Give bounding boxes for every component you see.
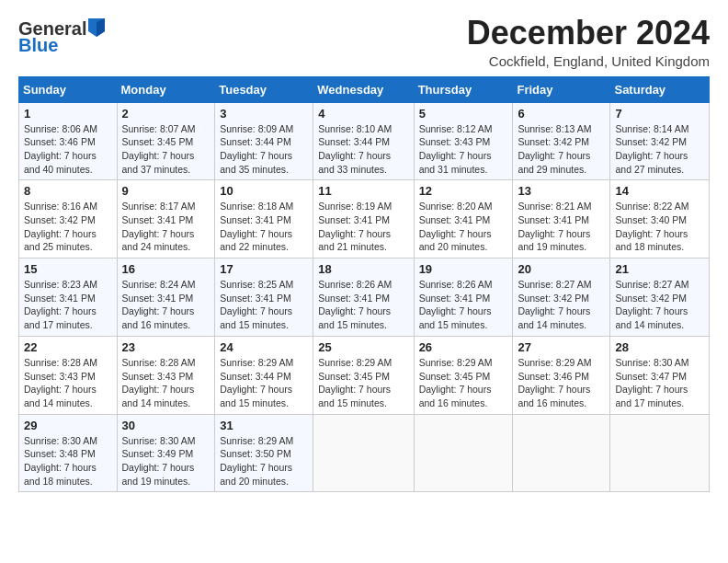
calendar-cell: 16Sunrise: 8:24 AMSunset: 3:41 PMDayligh… [117,259,215,337]
day-number: 27 [518,340,605,354]
day-info: Sunrise: 8:26 AMSunset: 3:41 PMDaylight:… [318,278,408,332]
calendar-cell: 21Sunrise: 8:27 AMSunset: 3:42 PMDayligh… [610,259,710,337]
header-tuesday: Tuesday [215,76,313,102]
calendar-cell: 23Sunrise: 8:28 AMSunset: 3:43 PMDayligh… [117,336,215,414]
week-row-2: 8Sunrise: 8:16 AMSunset: 3:42 PMDaylight… [19,180,710,259]
day-info: Sunrise: 8:29 AMSunset: 3:45 PMDaylight:… [419,356,508,410]
header-wednesday: Wednesday [313,76,414,102]
day-number: 14 [615,184,704,198]
calendar-cell: 10Sunrise: 8:18 AMSunset: 3:41 PMDayligh… [215,180,313,259]
day-number: 16 [122,262,210,276]
day-info: Sunrise: 8:14 AMSunset: 3:42 PMDaylight:… [615,122,704,177]
calendar-cell: 27Sunrise: 8:29 AMSunset: 3:46 PMDayligh… [513,336,610,414]
day-number: 19 [419,262,508,276]
day-info: Sunrise: 8:19 AMSunset: 3:41 PMDaylight:… [318,200,408,254]
week-row-1: 1Sunrise: 8:06 AMSunset: 3:46 PMDaylight… [19,102,710,180]
day-number: 25 [318,340,408,354]
day-info: Sunrise: 8:30 AMSunset: 3:47 PMDaylight:… [615,356,704,410]
calendar-cell: 4Sunrise: 8:10 AMSunset: 3:44 PMDaylight… [313,102,414,180]
calendar-cell [414,414,513,492]
day-info: Sunrise: 8:23 AMSunset: 3:41 PMDaylight:… [24,278,112,332]
day-info: Sunrise: 8:24 AMSunset: 3:41 PMDaylight:… [122,278,210,332]
day-number: 2 [122,107,210,121]
calendar-cell: 5Sunrise: 8:12 AMSunset: 3:43 PMDaylight… [414,102,513,180]
calendar-cell: 18Sunrise: 8:26 AMSunset: 3:41 PMDayligh… [313,259,414,337]
day-number: 21 [615,262,704,276]
day-info: Sunrise: 8:26 AMSunset: 3:41 PMDaylight:… [419,278,508,332]
header-thursday: Thursday [414,76,513,102]
day-number: 22 [24,340,112,354]
calendar-cell: 24Sunrise: 8:29 AMSunset: 3:44 PMDayligh… [215,336,313,414]
calendar-cell: 14Sunrise: 8:22 AMSunset: 3:40 PMDayligh… [610,180,710,259]
day-info: Sunrise: 8:29 AMSunset: 3:45 PMDaylight:… [318,356,408,410]
calendar-cell: 11Sunrise: 8:19 AMSunset: 3:41 PMDayligh… [313,180,414,259]
day-info: Sunrise: 8:12 AMSunset: 3:43 PMDaylight:… [419,122,508,177]
calendar-cell: 17Sunrise: 8:25 AMSunset: 3:41 PMDayligh… [215,259,313,337]
day-number: 26 [419,340,508,354]
day-number: 6 [518,107,605,121]
header-area: General Blue December 2024 Cockfield, En… [18,15,710,69]
day-number: 1 [24,107,112,121]
day-number: 13 [518,184,605,198]
calendar: Sunday Monday Tuesday Wednesday Thursday… [18,76,710,493]
day-info: Sunrise: 8:13 AMSunset: 3:42 PMDaylight:… [518,122,605,177]
day-number: 11 [318,184,408,198]
calendar-cell: 26Sunrise: 8:29 AMSunset: 3:45 PMDayligh… [414,336,513,414]
day-info: Sunrise: 8:29 AMSunset: 3:44 PMDaylight:… [220,356,308,410]
day-info: Sunrise: 8:28 AMSunset: 3:43 PMDaylight:… [122,356,210,410]
month-title: December 2024 [467,15,710,52]
day-number: 8 [24,184,112,198]
day-info: Sunrise: 8:27 AMSunset: 3:42 PMDaylight:… [615,278,704,332]
day-number: 20 [518,262,605,276]
week-row-4: 22Sunrise: 8:28 AMSunset: 3:43 PMDayligh… [19,336,710,414]
day-number: 10 [220,184,308,198]
calendar-cell: 2Sunrise: 8:07 AMSunset: 3:45 PMDaylight… [117,102,215,180]
day-info: Sunrise: 8:29 AMSunset: 3:50 PMDaylight:… [220,434,308,488]
day-info: Sunrise: 8:07 AMSunset: 3:45 PMDaylight:… [122,122,210,177]
header-friday: Friday [513,76,610,102]
header-monday: Monday [117,76,215,102]
calendar-cell: 29Sunrise: 8:30 AMSunset: 3:48 PMDayligh… [19,414,118,492]
calendar-cell: 15Sunrise: 8:23 AMSunset: 3:41 PMDayligh… [19,259,118,337]
day-number: 23 [122,340,210,354]
day-info: Sunrise: 8:09 AMSunset: 3:44 PMDaylight:… [220,122,308,177]
calendar-cell [313,414,414,492]
day-number: 30 [122,419,210,432]
day-info: Sunrise: 8:17 AMSunset: 3:41 PMDaylight:… [122,200,210,254]
day-info: Sunrise: 8:21 AMSunset: 3:41 PMDaylight:… [518,200,605,254]
calendar-cell: 28Sunrise: 8:30 AMSunset: 3:47 PMDayligh… [610,336,710,414]
calendar-cell: 19Sunrise: 8:26 AMSunset: 3:41 PMDayligh… [414,259,513,337]
page: General Blue December 2024 Cockfield, En… [0,0,728,563]
calendar-cell: 22Sunrise: 8:28 AMSunset: 3:43 PMDayligh… [19,336,118,414]
day-number: 4 [318,107,408,121]
day-number: 12 [419,184,508,198]
day-number: 15 [24,262,112,276]
calendar-cell: 30Sunrise: 8:30 AMSunset: 3:49 PMDayligh… [117,414,215,492]
calendar-cell: 25Sunrise: 8:29 AMSunset: 3:45 PMDayligh… [313,336,414,414]
day-info: Sunrise: 8:30 AMSunset: 3:48 PMDaylight:… [24,434,112,488]
calendar-cell [513,414,610,492]
calendar-cell: 1Sunrise: 8:06 AMSunset: 3:46 PMDaylight… [19,102,118,180]
day-info: Sunrise: 8:30 AMSunset: 3:49 PMDaylight:… [122,434,210,488]
day-number: 29 [24,419,112,432]
calendar-cell: 12Sunrise: 8:20 AMSunset: 3:41 PMDayligh… [414,180,513,259]
day-number: 24 [220,340,308,354]
calendar-cell: 8Sunrise: 8:16 AMSunset: 3:42 PMDaylight… [19,180,118,259]
day-number: 3 [220,107,308,121]
day-info: Sunrise: 8:06 AMSunset: 3:46 PMDaylight:… [24,122,112,177]
day-number: 17 [220,262,308,276]
day-info: Sunrise: 8:18 AMSunset: 3:41 PMDaylight:… [220,200,308,254]
week-row-3: 15Sunrise: 8:23 AMSunset: 3:41 PMDayligh… [19,259,710,337]
calendar-cell [610,414,710,492]
logo-icon [88,18,105,37]
title-area: December 2024 Cockfield, England, United… [467,15,710,69]
calendar-cell: 3Sunrise: 8:09 AMSunset: 3:44 PMDaylight… [215,102,313,180]
day-info: Sunrise: 8:16 AMSunset: 3:42 PMDaylight:… [24,200,112,254]
calendar-cell: 20Sunrise: 8:27 AMSunset: 3:42 PMDayligh… [513,259,610,337]
calendar-cell: 7Sunrise: 8:14 AMSunset: 3:42 PMDaylight… [610,102,710,180]
day-number: 7 [615,107,704,121]
calendar-cell: 13Sunrise: 8:21 AMSunset: 3:41 PMDayligh… [513,180,610,259]
location: Cockfield, England, United Kingdom [467,53,710,69]
calendar-cell: 31Sunrise: 8:29 AMSunset: 3:50 PMDayligh… [215,414,313,492]
day-number: 9 [122,184,210,198]
